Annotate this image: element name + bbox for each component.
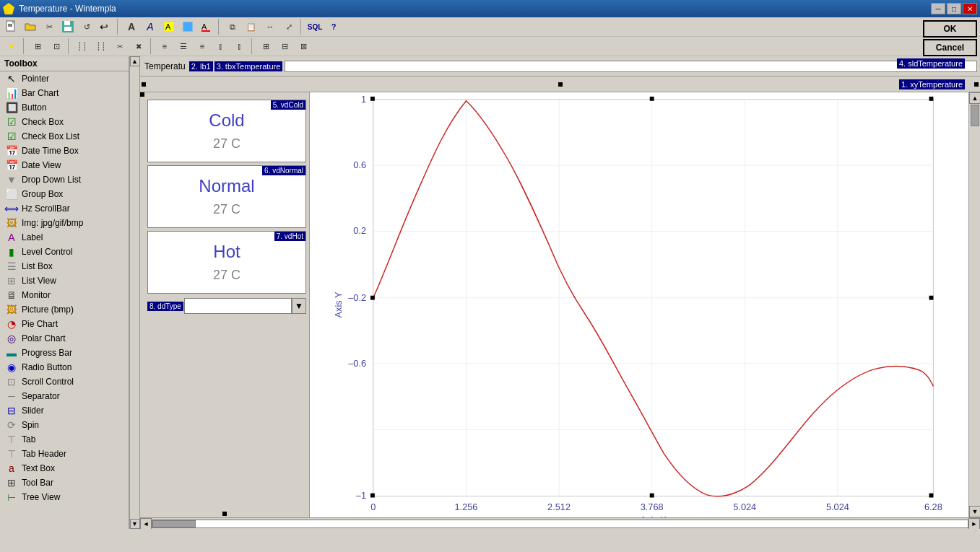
align-center[interactable]: ☰ <box>175 38 192 54</box>
toolbox-item-barchart[interactable]: 📊Bar Chart <box>0 86 129 100</box>
refresh-button[interactable]: ↺ <box>78 19 95 35</box>
undo-button[interactable]: ↩ <box>97 19 114 35</box>
close-button[interactable]: ✕ <box>963 3 977 14</box>
handle-chart-br <box>929 494 934 498</box>
y-axis-label: 0.2 <box>353 225 366 236</box>
toolbox-item-polarchart[interactable]: ◎Polar Chart <box>0 331 129 346</box>
maximize-button[interactable]: □ <box>947 3 961 14</box>
toolbox-item-spin[interactable]: ⟳Spin <box>0 418 129 432</box>
toolbox-item-slider[interactable]: ⊟Slider <box>0 403 129 418</box>
toolbox-item-hzscroll[interactable]: ⟺Hz ScrollBar <box>0 201 129 216</box>
ok-button[interactable]: OK <box>923 20 977 38</box>
tb2-1[interactable]: ⊞ <box>29 38 46 54</box>
scroll-thumb-v[interactable] <box>971 105 979 126</box>
right-scrollbar[interactable]: ▲ ▼ <box>968 92 980 517</box>
toolbox-item-listview[interactable]: ⊞List View <box>0 273 129 288</box>
copy-button[interactable]: ⧉ <box>224 19 241 35</box>
scroll-down[interactable]: ▼ <box>969 506 980 517</box>
new-button[interactable] <box>3 19 20 35</box>
toolbox-item-checkboxlist[interactable]: ☑Check Box List <box>0 129 129 144</box>
toolbox-item-progressbar[interactable]: ▬Progress Bar <box>0 346 129 360</box>
tb2-6[interactable]: ✖ <box>130 38 147 54</box>
dd-arrow-button[interactable]: ▼ <box>292 298 306 314</box>
align-left[interactable]: ≡ <box>156 38 173 54</box>
tag-vd-cold[interactable]: 5. vdCold <box>271 100 305 110</box>
tag-dd[interactable]: 8. ddType <box>147 302 183 311</box>
tag-vd-hot[interactable]: 7. vdHot <box>274 232 305 241</box>
tag-vd-normal[interactable]: 6. vdNormal <box>262 166 305 175</box>
vd-normal: 6. vdNormal Normal 27 C <box>147 165 306 228</box>
resize-button[interactable]: ⤢ <box>280 19 298 35</box>
sql-button[interactable]: SQL <box>306 19 324 35</box>
text-bold-button[interactable]: A <box>123 19 140 35</box>
tb2-2[interactable]: ⊡ <box>48 38 65 54</box>
cancel-button[interactable]: Cancel <box>923 39 977 56</box>
toolbox-item-label[interactable]: ALabel <box>0 230 129 245</box>
scroll-up-arrow[interactable]: ▲ <box>130 56 140 66</box>
dd-field[interactable] <box>184 298 292 314</box>
toolbox-item-textbox[interactable]: aText Box <box>0 461 129 476</box>
paste-button[interactable]: 📋 <box>243 19 260 35</box>
toolbox-item-treeview[interactable]: ⊢Tree View <box>0 490 129 504</box>
toolbox-item-toolbar[interactable]: ⊞Tool Bar <box>0 476 129 490</box>
tag-tbx[interactable]: 3. tbxTemperature <box>214 61 283 71</box>
toolbox-item-checkbox[interactable]: ☑Check Box <box>0 115 129 129</box>
highlight-button[interactable]: A <box>160 19 178 35</box>
toolbox-scroll[interactable]: ↖Pointer📊Bar Chart🔲Button☑Check Box☑Chec… <box>0 71 129 529</box>
toolbox-item-groupbox[interactable]: ⬜Group Box <box>0 187 129 201</box>
toolbox-item-scrollctrl[interactable]: ⊡Scroll Control <box>0 374 129 389</box>
toolbar-separator-6 <box>150 38 153 54</box>
toolbox-item-piechart[interactable]: ◔Pie Chart <box>0 317 129 331</box>
color-button[interactable] <box>179 19 196 35</box>
expand-button[interactable]: ⊞ <box>257 38 274 54</box>
svg-text:A: A <box>201 22 207 31</box>
toolbox-item-radio[interactable]: ◉Radio Button <box>0 360 129 374</box>
help-button[interactable]: ? <box>325 19 342 35</box>
font-button[interactable]: A <box>198 19 215 35</box>
scroll-right[interactable]: ► <box>968 518 980 530</box>
toolbox-item-image[interactable]: 🖼Img: jpg/gif/bmp <box>0 216 129 230</box>
svg-text:Axis Y: Axis Y <box>333 292 344 317</box>
toolbox-item-dateview[interactable]: 📅Date View <box>0 158 129 172</box>
text-italic-button[interactable]: A <box>142 19 159 35</box>
toolbox-item-separator[interactable]: ─Separator <box>0 389 129 403</box>
move-button[interactable]: ↔ <box>261 19 279 35</box>
tag-lb1[interactable]: 2. lb1 <box>189 61 213 71</box>
toolbox-item-levelctrl[interactable]: ▮Level Control <box>0 245 129 259</box>
h-scroll-thumb[interactable] <box>152 520 196 527</box>
toolbox-item-datetime[interactable]: 📅Date Time Box <box>0 144 129 158</box>
tag-sld[interactable]: 4. sldTemperature <box>897 58 965 69</box>
scroll-left[interactable]: ◄ <box>140 518 152 530</box>
toolbox-item-dropdown[interactable]: ▼Drop Down List <box>0 172 129 187</box>
toolbox-item-tab[interactable]: ⊤Tab <box>0 432 129 447</box>
toolbox-item-pointer[interactable]: ↖Pointer <box>0 71 129 86</box>
distribute-v[interactable]: ⫿ <box>231 38 248 54</box>
svg-text:0: 0 <box>370 501 376 512</box>
collapse-button[interactable]: ⊟ <box>276 38 293 54</box>
svg-rect-5 <box>64 21 70 25</box>
h-scroll-track[interactable] <box>152 520 968 528</box>
button-icon: 🔲 <box>6 102 17 113</box>
save-button[interactable] <box>59 19 77 35</box>
toolbox-scrollbar[interactable]: ▲ ▼ <box>130 56 140 529</box>
slider-track[interactable] <box>285 61 977 72</box>
toolbox-item-listbox[interactable]: ☰List Box <box>0 259 129 273</box>
scroll-down-arrow[interactable]: ▼ <box>130 519 140 529</box>
distribute-h[interactable]: ⫿ <box>212 38 230 54</box>
star-button[interactable]: ✶ <box>3 38 20 54</box>
toolbox-item-picture[interactable]: 🖼Picture (bmp) <box>0 302 129 317</box>
toolbox-item-tabheader[interactable]: ⊤Tab Header <box>0 447 129 461</box>
scroll-up[interactable]: ▲ <box>969 92 980 104</box>
tb2-4[interactable]: ┊┊ <box>92 38 110 54</box>
open-button[interactable] <box>22 19 39 35</box>
toolbox-item-button[interactable]: 🔲Button <box>0 100 129 115</box>
toolbox-item-label: Picture (bmp) <box>22 305 74 315</box>
lock-button[interactable]: ⊠ <box>295 38 312 54</box>
tb2-5[interactable]: ✂ <box>111 38 129 54</box>
cut-button[interactable]: ✂ <box>40 19 58 35</box>
minimize-button[interactable]: ─ <box>931 3 945 14</box>
toolbox-item-monitor[interactable]: 🖥Monitor <box>0 288 129 302</box>
tb2-3[interactable]: ┊┊ <box>74 38 91 54</box>
tag-xy[interactable]: 1. xyTemperature <box>899 79 965 89</box>
align-right[interactable]: ≡ <box>194 38 211 54</box>
